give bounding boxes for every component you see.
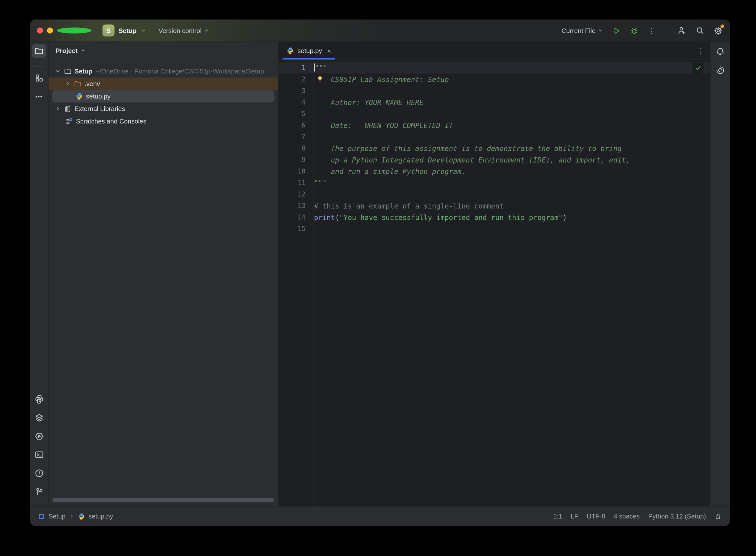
left-tool-stripe: ••• <box>30 42 48 506</box>
run-configuration-label: Current File <box>561 27 595 34</box>
unlocked-padlock-icon[interactable] <box>715 513 722 520</box>
code-lines: 1"""2 CS051P Lab Assignment: Setup34 Aut… <box>278 62 710 235</box>
title-bar: S Setup Version control Current File ⋮ <box>30 20 730 42</box>
right-tool-stripe <box>710 42 730 506</box>
code-line[interactable]: 5 <box>278 108 710 119</box>
line-number: 7 <box>278 133 313 140</box>
line-number: 14 <box>278 213 313 221</box>
code-line[interactable]: 3 <box>278 85 710 97</box>
ai-assistant-button[interactable] <box>713 63 727 77</box>
editor-more-menu[interactable]: ⋮ <box>696 46 704 55</box>
problems-button[interactable] <box>32 466 46 480</box>
line-number: 2 <box>278 75 313 83</box>
tree-label-setup-py: setup.py <box>86 93 110 100</box>
code-line-content: print("You have successfully imported an… <box>313 213 567 221</box>
git-branch-icon <box>34 487 44 496</box>
line-number: 13 <box>278 202 313 209</box>
active-tab-indicator <box>282 58 335 60</box>
code-line[interactable]: 2 CS051P Lab Assignment: Setup <box>278 73 710 85</box>
version-control-menu[interactable]: Version control <box>159 27 209 34</box>
debug-button[interactable] <box>630 26 639 35</box>
project-panel-title: Project <box>56 47 77 54</box>
tree-row-external-libraries[interactable]: External Libraries <box>48 103 278 115</box>
module-icon <box>38 513 45 520</box>
code-line[interactable]: 12 <box>278 188 710 200</box>
layers-icon <box>34 413 44 422</box>
project-tool-window-button[interactable] <box>32 44 46 58</box>
line-ending[interactable]: LF <box>571 513 578 520</box>
indent-setting[interactable]: 4 spaces <box>614 513 640 520</box>
tree-row-scratches[interactable]: Scratches and Consoles <box>48 115 278 128</box>
python-file-icon <box>75 93 83 100</box>
minimize-window-button[interactable] <box>47 28 53 34</box>
chevron-right-icon[interactable] <box>55 105 61 112</box>
version-control-tool-button[interactable] <box>32 485 46 498</box>
status-bar: Setup setup.py 1:1 LF UTF-8 4 spaces Pyt… <box>30 506 730 526</box>
run-configuration-selector[interactable]: Current File <box>561 27 604 34</box>
code-line[interactable]: 14print("You have successfully imported … <box>278 211 710 223</box>
code-line[interactable]: 7 <box>278 131 710 142</box>
breadcrumb-project[interactable]: Setup <box>48 513 66 520</box>
breadcrumb: Setup setup.py <box>38 513 113 520</box>
run-button[interactable] <box>613 26 621 35</box>
tab-close-icon[interactable]: × <box>327 47 331 55</box>
terminal-button[interactable] <box>32 448 46 461</box>
notifications-button[interactable] <box>713 44 727 59</box>
search-everywhere-icon[interactable] <box>695 26 705 35</box>
line-number: 1 <box>278 64 313 71</box>
caret-position[interactable]: 1:1 <box>553 513 562 520</box>
horizontal-scrollbar[interactable] <box>53 498 274 502</box>
python-interpreter[interactable]: Python 3.12 (Setup) <box>648 513 706 520</box>
code-line-content: Author: YOUR-NAME-HERE <box>313 98 423 106</box>
chevron-right-icon[interactable] <box>65 80 71 87</box>
code-line[interactable]: 10 and run a simple Python program. <box>278 166 710 177</box>
ellipsis-icon: ••• <box>35 94 42 100</box>
close-window-button[interactable] <box>37 28 43 34</box>
line-number: 8 <box>278 144 313 152</box>
project-selector-label: Setup <box>118 27 137 34</box>
tree-label-venv: .venv <box>84 80 100 88</box>
project-selector[interactable]: Setup <box>118 27 146 34</box>
code-line-content: """ <box>313 179 327 187</box>
services-button[interactable] <box>32 411 46 424</box>
more-tool-windows-button[interactable]: ••• <box>32 90 46 104</box>
code-line[interactable]: 15 <box>278 223 710 235</box>
project-panel: Project Setup ~/OneDrive - Pomona Colleg… <box>48 42 278 506</box>
code-with-me-icon[interactable] <box>677 26 687 35</box>
code-line-content: Date: WHEN YOU COMPLETED IT <box>313 121 453 129</box>
code-line-content: """ <box>313 64 328 72</box>
more-actions-menu[interactable]: ⋮ <box>648 27 655 34</box>
tree-row-venv[interactable]: .venv <box>48 77 278 90</box>
tree-row-setup-py[interactable]: setup.py <box>52 90 275 103</box>
line-number: 5 <box>278 110 313 117</box>
check-icon <box>694 65 701 71</box>
structure-tool-window-button[interactable] <box>32 71 46 85</box>
code-editor[interactable]: 1"""2 CS051P Lab Assignment: Setup34 Aut… <box>278 60 710 506</box>
tab-setup-py[interactable]: setup.py × <box>281 42 336 60</box>
stripe-divider <box>34 67 44 67</box>
code-line[interactable]: 11""" <box>278 177 710 188</box>
code-line[interactable]: 13# this is an example of a single-line … <box>278 200 710 211</box>
code-line[interactable]: 8 The purpose of this assignment is to d… <box>278 142 710 154</box>
python-packages-button[interactable] <box>32 392 46 406</box>
code-line[interactable]: 4 Author: YOUR-NAME-HERE <box>278 97 710 108</box>
inspections-widget[interactable] <box>692 63 703 73</box>
intention-bulb-icon[interactable] <box>316 75 323 84</box>
project-panel-header[interactable]: Project <box>48 42 278 59</box>
code-line[interactable]: 6 Date: WHEN YOU COMPLETED IT <box>278 119 710 131</box>
folder-icon <box>34 46 43 56</box>
code-line[interactable]: 1""" <box>278 62 710 73</box>
project-icon: S <box>103 25 114 36</box>
tab-label: setup.py <box>298 47 322 55</box>
python-file-icon <box>78 513 85 520</box>
run-anything-button[interactable] <box>32 429 46 443</box>
code-line-content: # this is an example of a single-line co… <box>313 202 504 210</box>
file-encoding[interactable]: UTF-8 <box>587 513 605 520</box>
tree-row-setup-root[interactable]: Setup ~/OneDrive - Pomona College/CSCI51… <box>48 65 278 77</box>
text-cursor <box>314 64 315 71</box>
breadcrumb-file[interactable]: setup.py <box>89 513 113 520</box>
zoom-window-button[interactable] <box>57 28 92 34</box>
tree-label-scratches: Scratches and Consoles <box>76 117 146 125</box>
code-line[interactable]: 9 up a Python Integrated Development Env… <box>278 154 710 166</box>
chevron-down-icon[interactable] <box>55 68 61 74</box>
